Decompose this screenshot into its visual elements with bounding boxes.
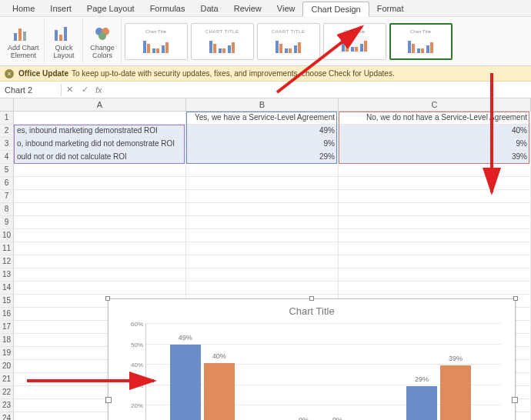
cell[interactable] bbox=[186, 282, 339, 295]
chart-style-thumb[interactable]: Chart Title bbox=[125, 23, 188, 60]
cell[interactable]: No, we do not have a Service-Level Agree… bbox=[339, 112, 531, 125]
cell[interactable]: Yes, we have a Service-Level Agreement bbox=[186, 112, 339, 125]
cancel-formula-icon[interactable]: ✕ bbox=[62, 85, 77, 95]
cell[interactable] bbox=[339, 203, 531, 216]
tab-chart-design[interactable]: Chart Design bbox=[302, 2, 369, 17]
cell[interactable] bbox=[186, 203, 339, 216]
close-icon[interactable]: × bbox=[5, 69, 14, 78]
cell[interactable] bbox=[186, 190, 339, 203]
tab-review[interactable]: Review bbox=[226, 2, 269, 15]
cell[interactable]: 29% bbox=[186, 151, 339, 164]
cell[interactable] bbox=[339, 164, 531, 177]
row-header[interactable]: 6 bbox=[0, 177, 14, 190]
cell[interactable] bbox=[186, 164, 339, 177]
cell[interactable] bbox=[339, 242, 531, 255]
row-header[interactable]: 5 bbox=[0, 164, 14, 177]
cell[interactable] bbox=[14, 112, 186, 125]
cell[interactable] bbox=[186, 229, 339, 242]
cell[interactable] bbox=[339, 190, 531, 203]
cell[interactable] bbox=[14, 229, 186, 242]
row-header[interactable]: 7 bbox=[0, 190, 14, 203]
tab-page-layout[interactable]: Page Layout bbox=[79, 2, 142, 15]
add-chart-element-button[interactable]: Add Chart Element bbox=[3, 18, 45, 64]
cell[interactable]: es, inbound marketing demonstrated ROI bbox=[14, 125, 186, 138]
worksheet[interactable]: A B C 1Yes, we have a Service-Level Agre… bbox=[0, 98, 531, 420]
row-header[interactable]: 19 bbox=[0, 347, 14, 360]
cell[interactable] bbox=[339, 229, 531, 242]
embedded-chart[interactable]: Chart Title 0%10%20%30%40%50%60%49%40%9%… bbox=[108, 298, 516, 420]
bar[interactable]: 40% bbox=[204, 363, 235, 420]
cell[interactable]: 9% bbox=[186, 138, 339, 151]
row-header[interactable]: 15 bbox=[0, 295, 14, 308]
cell[interactable] bbox=[14, 242, 186, 255]
chart-style-thumb[interactable]: CHART TITLE bbox=[257, 23, 320, 60]
row-header[interactable]: 1 bbox=[0, 112, 14, 125]
quick-layout-button[interactable]: Quick Layout bbox=[46, 18, 83, 64]
cell[interactable] bbox=[339, 268, 531, 282]
cell[interactable]: 9% bbox=[339, 138, 531, 151]
bar[interactable]: 39% bbox=[440, 365, 471, 420]
row-header[interactable]: 18 bbox=[0, 334, 14, 347]
row-header[interactable]: 23 bbox=[0, 399, 14, 412]
name-box[interactable]: Chart 2 bbox=[0, 84, 62, 96]
chart-style-thumb[interactable]: Chart Title bbox=[323, 23, 386, 60]
cell[interactable] bbox=[186, 216, 339, 229]
row-header[interactable]: 11 bbox=[0, 242, 14, 255]
row-header[interactable]: 20 bbox=[0, 360, 14, 373]
row-header[interactable]: 13 bbox=[0, 268, 14, 282]
row-header[interactable]: 9 bbox=[0, 216, 14, 229]
cell[interactable] bbox=[14, 203, 186, 216]
cell[interactable]: o, inbound marketing did not demonstrate… bbox=[14, 138, 186, 151]
row-header[interactable]: 4 bbox=[0, 151, 14, 164]
row-header[interactable]: 24 bbox=[0, 412, 14, 420]
cell[interactable] bbox=[14, 255, 186, 268]
cell[interactable] bbox=[339, 177, 531, 190]
row-header[interactable]: 3 bbox=[0, 138, 14, 151]
notice-body: To keep up-to-date with security updates… bbox=[72, 69, 395, 78]
cell[interactable] bbox=[186, 255, 339, 268]
tab-format[interactable]: Format bbox=[369, 2, 412, 15]
tab-home[interactable]: Home bbox=[5, 2, 42, 15]
select-all-triangle[interactable] bbox=[0, 98, 14, 111]
change-colors-button[interactable]: Change Colors bbox=[85, 18, 122, 64]
cell[interactable]: 49% bbox=[186, 125, 339, 138]
bar[interactable]: 49% bbox=[170, 345, 201, 420]
cell[interactable]: 39% bbox=[339, 151, 531, 164]
row-header[interactable]: 16 bbox=[0, 308, 14, 321]
cell[interactable] bbox=[14, 177, 186, 190]
cell[interactable] bbox=[14, 268, 186, 282]
cell[interactable] bbox=[186, 177, 339, 190]
cell[interactable] bbox=[14, 164, 186, 177]
cell[interactable] bbox=[339, 216, 531, 229]
column-header-c[interactable]: C bbox=[339, 98, 531, 111]
row-header[interactable]: 21 bbox=[0, 373, 14, 386]
tab-insert[interactable]: Insert bbox=[42, 2, 79, 15]
cell[interactable] bbox=[186, 268, 339, 282]
cell[interactable] bbox=[339, 255, 531, 268]
row-header[interactable]: 22 bbox=[0, 386, 14, 399]
chart-title[interactable]: Chart Title bbox=[109, 299, 515, 320]
tab-formulas[interactable]: Formulas bbox=[142, 2, 193, 15]
plot-area[interactable]: 0%10%20%30%40%50%60%49%40%9%9%29%39% bbox=[145, 323, 501, 420]
row-header[interactable]: 14 bbox=[0, 282, 14, 295]
chart-style-thumb[interactable]: Chart Title bbox=[389, 23, 453, 60]
enter-formula-icon[interactable]: ✓ bbox=[77, 85, 92, 95]
tab-data[interactable]: Data bbox=[192, 2, 225, 15]
column-header-b[interactable]: B bbox=[186, 98, 339, 111]
cell[interactable] bbox=[14, 282, 186, 295]
cell[interactable] bbox=[339, 282, 531, 295]
cell[interactable]: ould not or did not calculate ROI bbox=[14, 151, 186, 164]
row-header[interactable]: 17 bbox=[0, 321, 14, 334]
column-header-a[interactable]: A bbox=[14, 98, 186, 111]
row-header[interactable]: 2 bbox=[0, 125, 14, 138]
row-header[interactable]: 10 bbox=[0, 229, 14, 242]
chart-style-thumb[interactable]: CHART TITLE bbox=[191, 23, 254, 60]
cell[interactable]: 40% bbox=[339, 125, 531, 138]
bar[interactable]: 29% bbox=[406, 386, 437, 420]
cell[interactable] bbox=[14, 190, 186, 203]
cell[interactable] bbox=[14, 216, 186, 229]
tab-view[interactable]: View bbox=[269, 2, 303, 15]
row-header[interactable]: 12 bbox=[0, 255, 14, 268]
row-header[interactable]: 8 bbox=[0, 203, 14, 216]
cell[interactable] bbox=[186, 242, 339, 255]
